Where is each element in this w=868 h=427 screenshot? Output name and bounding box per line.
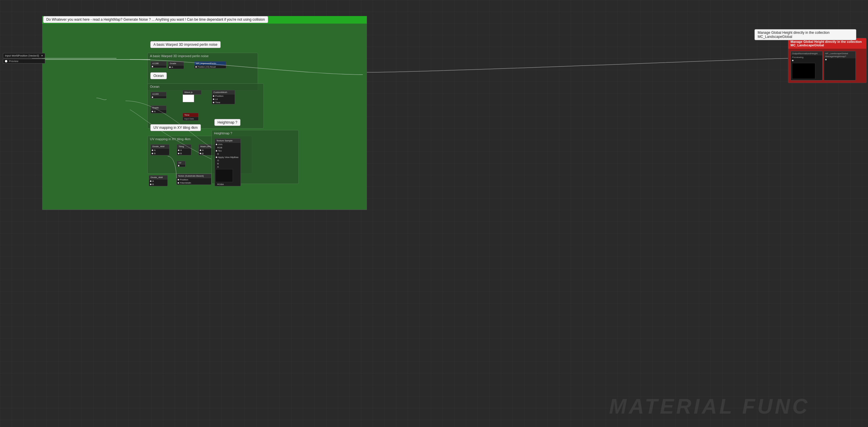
node-custom-mesh[interactable]: CustomMesh Position Lit Time [212, 90, 235, 104]
tooltip-warped-perlin-text: A basic Warped 3D improved perlin noise [153, 42, 218, 47]
input-worldposition-node[interactable]: Input WorldPosition (Vector3) ▼ Preview [3, 53, 45, 63]
tooltip-heightmap: Heightmap ? [214, 119, 241, 126]
right-panel-content: OutputNormalizedHeight Previewing MF_Lan… [788, 49, 866, 83]
node-wave-js[interactable]: Wave.js [183, 90, 202, 95]
node-s1188[interactable]: s1188 [151, 61, 166, 68]
input-node-label: Input WorldPosition (Vector3) [5, 54, 39, 57]
node-tiling[interactable]: Tiling A B [177, 144, 191, 155]
right-tooltip-text: Manage Global Height directly in the col… [757, 31, 830, 39]
output-preview [792, 63, 815, 79]
right-panel-header-text: Manage Global Height directly in the col… [790, 40, 862, 47]
right-panel-tooltip: Manage Global Height directly in the col… [754, 29, 856, 40]
node-grade-2[interactable]: Grade A [151, 106, 166, 113]
texture-preview [215, 169, 233, 182]
node-texture-sample[interactable]: Texture Sample UVs RGB Tex R Apply View … [215, 138, 241, 186]
node-divide-4k-bottom[interactable]: Divide_4kM A B [149, 175, 168, 186]
tooltip-warped-perlin: A basic Warped 3D improved perlin noise [150, 41, 221, 48]
group-warped-perlin-label: A basic Warped 3D improved perlin noise [150, 54, 209, 58]
preview-label: Preview [9, 60, 18, 63]
landscape-global-label: MF_LandscapeGlobal ManageHeightmap? [825, 52, 848, 58]
main-canvas[interactable]: A basic Warped 3D improved perlin noise … [42, 16, 367, 210]
right-panel[interactable]: Manage Global Height directly in the col… [788, 38, 867, 83]
top-tooltip-box: Do Whatever you want here - read a Heigh… [43, 16, 268, 23]
output-height-header: OutputNormalizedHeight [791, 51, 822, 55]
node-mf-improved-perlin[interactable]: MF_improvedPerlin Position (V3) Result [194, 61, 226, 68]
preview-dot [5, 60, 7, 62]
tooltip-ocean-text: Ocean [153, 74, 164, 78]
node-time[interactable]: Time Input Data [183, 113, 198, 121]
node-grade-1[interactable]: Grade A [168, 61, 184, 69]
node-divide-4k-1[interactable]: Divide_4kM A B [151, 144, 169, 155]
preview-bar: Preview [3, 59, 45, 63]
watermark: MATERIAL FUNC [609, 394, 810, 418]
node-uv[interactable]: UV [177, 161, 185, 167]
landscape-global-header: MF_LandscapeGlobal ManageHeightmap? [824, 51, 856, 58]
node-s1183-a[interactable]: s1183 [151, 92, 166, 98]
node-mf-landscape-global[interactable]: MF_LandscapeGlobal ManageHeightmap? [824, 51, 856, 81]
group-heightmap: Heightmap ? Texture Sample UVs RGB Tex R… [211, 130, 299, 184]
group-heightmap-label: Heightmap ? [214, 132, 232, 135]
output-height-label: OutputNormalizedHeight [792, 52, 818, 55]
tooltip-uv-mapping: UV mapping in XY tiling 4km [150, 124, 201, 131]
top-tooltip-text: Do Whatever you want here - read a Heigh… [46, 18, 265, 22]
group-ocean: Ocean s1183 Grade A Wave.js Time Input D… [147, 83, 264, 129]
group-uv-mapping-label: UV mapping in XY tiling 4km [150, 137, 190, 141]
tooltip-ocean: Ocean [150, 72, 167, 79]
previewing-label: Previewing [792, 56, 803, 59]
tooltip-uv-mapping-text: UV mapping in XY tiling 4km [153, 125, 198, 130]
tooltip-heightmap-text: Heightmap ? [218, 120, 237, 124]
node-noise[interactable]: Noise (Substrate-Based) Position FilterW… [177, 174, 211, 185]
node-output-normalized-height[interactable]: OutputNormalizedHeight Previewing [790, 51, 823, 81]
group-ocean-label: Ocean [150, 85, 159, 88]
